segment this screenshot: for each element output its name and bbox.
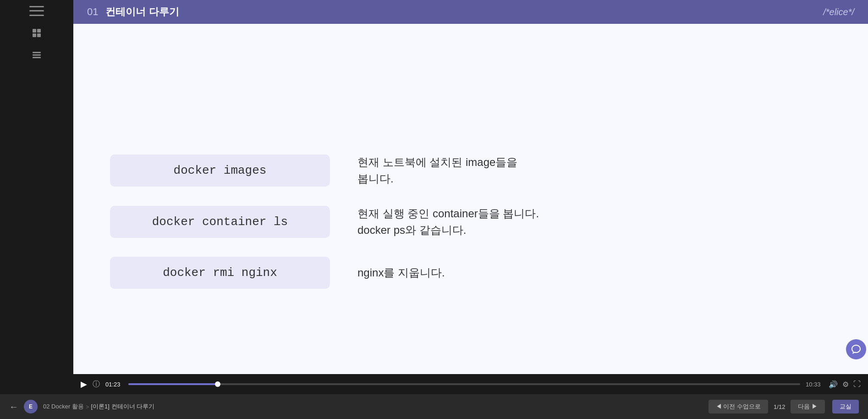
command-desc-3: nginx를 지웁니다. xyxy=(357,265,445,281)
list-icon[interactable] xyxy=(30,49,43,61)
command-desc-1: 현재 노트북에 설치된 image들을봅니다. xyxy=(357,154,517,187)
command-box-2: docker container ls xyxy=(110,206,330,238)
class-label: 교실 xyxy=(840,403,852,410)
brand-label: /*elice*/ xyxy=(823,7,854,17)
command-box-1: docker images xyxy=(110,154,330,187)
progress-bar[interactable] xyxy=(128,383,800,385)
breadcrumb-root: 02 Docker 활용 xyxy=(43,402,84,411)
settings-icon[interactable]: ⚙ xyxy=(842,380,849,389)
command-row-1: docker images 현재 노트북에 설치된 image들을봅니다. xyxy=(110,154,831,187)
grid-icon[interactable] xyxy=(30,27,43,39)
svg-rect-5 xyxy=(33,55,41,56)
slide-number: 01 xyxy=(87,6,98,18)
svg-rect-6 xyxy=(33,57,41,58)
page-current: 1 xyxy=(774,403,777,410)
command-row-2: docker container ls 현재 실행 중인 container들을… xyxy=(110,205,831,238)
chat-button[interactable] xyxy=(846,339,866,359)
command-text-3: docker rmi nginx xyxy=(163,266,277,280)
command-desc-2: 현재 실행 중인 container들을 봅니다.docker ps와 같습니다… xyxy=(357,205,539,238)
page-indicator: 1/12 xyxy=(774,403,785,410)
volume-icon[interactable]: 🔊 xyxy=(829,380,838,389)
slide-content: docker images 현재 노트북에 설치된 image들을봅니다. do… xyxy=(73,24,868,419)
svg-rect-0 xyxy=(33,29,36,33)
command-text-2: docker container ls xyxy=(152,215,288,229)
svg-rect-1 xyxy=(37,29,41,33)
video-controls: ▶ ⓘ 01:23 10:33 🔊 ⚙ ⛶ xyxy=(73,374,868,394)
page-total: 12 xyxy=(779,403,785,410)
svg-rect-3 xyxy=(37,33,41,37)
time-total: 10:33 xyxy=(806,381,823,388)
progress-thumb xyxy=(215,381,220,387)
breadcrumb-child: [이론1] 컨테이너 다루기 xyxy=(91,402,154,411)
fullscreen-icon[interactable]: ⛶ xyxy=(853,380,861,388)
bottom-nav: ← E 02 Docker 활용 > [이론1] 컨테이너 다루기 ◀ 이전 수… xyxy=(0,394,868,419)
next-label: 다음 ▶ xyxy=(798,402,818,411)
next-lesson-button[interactable]: 다음 ▶ xyxy=(791,400,825,413)
time-current: 01:23 xyxy=(105,381,123,388)
svg-rect-4 xyxy=(33,52,41,53)
prev-label: ◀ 이전 수업으로 xyxy=(716,402,761,411)
menu-icon[interactable] xyxy=(29,5,44,17)
progress-fill xyxy=(128,383,218,385)
command-row-3: docker rmi nginx nginx를 지웁니다. xyxy=(110,257,831,289)
classroom-button[interactable]: 교실 xyxy=(832,400,859,413)
nav-back-icon[interactable]: ← xyxy=(9,402,18,412)
prev-lesson-button[interactable]: ◀ 이전 수업으로 xyxy=(709,400,768,413)
slide-title: 컨테이너 다루기 xyxy=(105,5,179,19)
breadcrumb-sep: > xyxy=(86,403,89,410)
command-text-1: docker images xyxy=(174,164,267,177)
nav-logo: E xyxy=(24,400,38,413)
svg-rect-2 xyxy=(33,33,36,37)
sidebar xyxy=(0,0,73,419)
info-button[interactable]: ⓘ xyxy=(93,380,100,388)
main-area: 01 컨테이너 다루기 /*elice*/ docker images 현재 노… xyxy=(73,0,868,419)
slide-header: 01 컨테이너 다루기 /*elice*/ xyxy=(73,0,868,24)
control-icons: 🔊 ⚙ ⛶ xyxy=(829,380,861,389)
play-button[interactable]: ▶ xyxy=(81,380,87,388)
breadcrumb: 02 Docker 활용 > [이론1] 컨테이너 다루기 xyxy=(43,402,154,411)
command-box-3: docker rmi nginx xyxy=(110,257,330,289)
